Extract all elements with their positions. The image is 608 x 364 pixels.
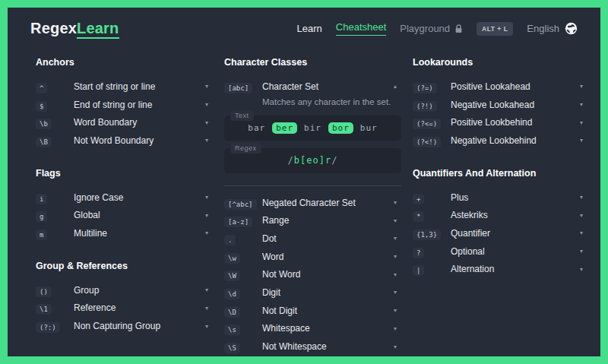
chevron-down-icon: ▾ [580, 83, 587, 90]
row-label: Alternation [451, 264, 494, 274]
section-flags: Flags i Ignore Case ▾ g Glo [36, 168, 213, 242]
row-label: Group [74, 285, 99, 296]
chevron-down-icon: ▾ [580, 119, 587, 126]
section-title: Group & References [36, 261, 213, 271]
accordion-row[interactable]: \W Not Word ▾ [224, 265, 401, 283]
accordion-row[interactable]: (?<!) Negative Lookbehind ▾ [413, 131, 587, 150]
code-badge: () [36, 286, 52, 297]
accordion-list: (?=) Positive Lookahead ▾ (?!) Negative … [413, 78, 587, 150]
accordion-list: [^abc] Negated Character Set ▾ [a-z] Ran… [224, 194, 401, 356]
accordion-row[interactable]: + Plus ▾ [413, 188, 587, 207]
accordion-row[interactable]: (?:) Non Capturing Group ▾ [36, 317, 213, 335]
code-badge: \W [224, 271, 240, 281]
regex-value: /b[eo]r/ [288, 155, 338, 166]
row-label: Word Boundary [74, 117, 137, 128]
accordion-row[interactable]: g Global ▾ [36, 206, 213, 224]
language-selector[interactable]: English [527, 22, 578, 35]
accordion-row[interactable]: ^ Start of string or line ▾ [36, 78, 213, 96]
accordion-list: ^ Start of string or line ▾ $ End of str… [36, 78, 213, 150]
accordion-row[interactable]: i Ignore Case ▾ [36, 188, 213, 207]
regexlearn-page: RegexLearn Learn Cheatsheet Playground A… [8, 8, 600, 356]
chevron-down-icon: ▾ [394, 235, 401, 242]
accordion-row[interactable]: [a-z] Range ▾ [224, 211, 401, 229]
accordion-row[interactable]: {1,3} Quantifier ▾ [413, 224, 587, 242]
top-nav: Learn Cheatsheet Playground ALT + L Engl… [297, 21, 578, 36]
text-preview-box: Text bar ber bir bor bur [224, 116, 401, 141]
chevron-down-icon: ▾ [205, 101, 213, 108]
accordion-row[interactable]: \s Whitespace ▾ [224, 320, 401, 338]
row-label: Reference [74, 302, 116, 313]
code-badge: \s [224, 324, 240, 335]
accordion-row[interactable]: | Alternation ▾ [413, 261, 587, 279]
chevron-down-icon: ▾ [580, 101, 587, 108]
code-badge: \D [224, 307, 240, 318]
accordion-row[interactable]: \D Not Digit ▾ [224, 302, 401, 320]
chevron-down-icon: ▾ [205, 305, 213, 312]
nav-cheatsheet[interactable]: Cheatsheet [336, 21, 387, 36]
item-description: Matches any character in the set. [262, 97, 401, 106]
accordion-row[interactable]: () Group ▾ [36, 281, 213, 299]
row-label: Negative Lookahead [451, 100, 534, 110]
code-badge: \w [224, 253, 240, 264]
accordion-row[interactable]: ? Optional ▾ [413, 242, 587, 261]
accordion-row-expanded[interactable]: [abc] Character Set ▴ [224, 78, 401, 96]
accordion-row[interactable]: \w Word ▾ [224, 248, 401, 266]
section-group-references: Group & References () Group ▾ \1 [36, 261, 213, 335]
column-left: Anchors ^ Start of string or line ▾ $ [36, 57, 213, 356]
accordion-row[interactable]: * Astekriks ▾ [413, 206, 587, 224]
section-title: Anchors [36, 57, 213, 68]
code-badge: \B [36, 137, 52, 147]
row-label: Character Set [262, 81, 318, 92]
section-quantifiers-alternation: Quantifiers And Alternation + Plus ▾ * [413, 168, 587, 278]
accordion-row[interactable]: (?<=) Positive Lookbehind ▾ [413, 113, 587, 131]
nav-playground-label: Playground [400, 23, 450, 34]
accordion-row[interactable]: \d Digit ▾ [224, 283, 401, 302]
accordion-row[interactable]: \b Word Boundary ▾ [36, 113, 213, 131]
globe-icon [565, 22, 578, 35]
row-label: Range [262, 215, 289, 226]
row-label: Word [262, 252, 283, 262]
code-badge: (?:) [36, 322, 60, 333]
chevron-up-icon: ▴ [394, 83, 401, 90]
column-right: Lookarounds (?=) Positive Lookahead ▾ (?… [413, 57, 587, 356]
code-badge: g [36, 211, 47, 222]
row-label: Not Word Boundary [74, 135, 154, 146]
code-badge: {1,3} [413, 229, 441, 240]
accordion-row[interactable]: [^abc] Negated Character Set ▾ [224, 194, 401, 212]
accordion-row[interactable]: (?!) Negative Lookahead ▾ [413, 96, 587, 114]
row-label: Whitespace [262, 323, 310, 334]
language-label: English [527, 23, 559, 34]
row-label: Astekriks [451, 210, 488, 220]
accordion-row[interactable]: \S Not Whitespace ▾ [224, 337, 401, 356]
accordion-row[interactable]: m Multiline ▾ [36, 224, 213, 242]
accordion-row[interactable]: (?=) Positive Lookahead ▾ [413, 78, 587, 96]
row-label: Plus [451, 192, 468, 203]
accordion-row[interactable]: \B Not Word Boundary ▾ [36, 131, 213, 150]
code-badge: \S [224, 343, 240, 353]
section-title: Quantifiers And Alternation [413, 168, 587, 179]
shortcut-badge: ALT + L [477, 22, 513, 36]
nav-learn[interactable]: Learn [297, 23, 322, 34]
accordion-row[interactable]: . Dot ▾ [224, 229, 401, 248]
code-badge: \b [36, 119, 52, 129]
code-badge: i [36, 194, 47, 204]
chevron-down-icon: ▾ [205, 286, 213, 293]
section-anchors: Anchors ^ Start of string or line ▾ $ [36, 57, 213, 150]
row-label: End of string or line [74, 100, 152, 110]
accordion-row[interactable]: $ End of string or line ▾ [36, 96, 213, 114]
logo[interactable]: RegexLearn [30, 20, 119, 37]
chevron-down-icon: ▾ [205, 323, 213, 330]
chevron-down-icon: ▾ [580, 194, 587, 201]
sample-word: bar [248, 123, 265, 133]
row-label: Not Digit [262, 305, 297, 316]
code-badge: (?=) [413, 83, 437, 93]
row-label: Negative Lookbehind [451, 135, 537, 146]
code-badge: ? [413, 248, 424, 258]
row-label: Positive Lookbehind [451, 117, 532, 128]
accordion-row[interactable]: \1 Reference ▾ [36, 299, 213, 318]
row-label: Not Whitespace [262, 341, 327, 352]
chevron-down-icon: ▾ [205, 229, 213, 236]
code-badge: (?<=) [413, 119, 441, 129]
sample-words: bar ber bir bor bur [248, 122, 377, 134]
nav-playground[interactable]: Playground [400, 23, 463, 34]
